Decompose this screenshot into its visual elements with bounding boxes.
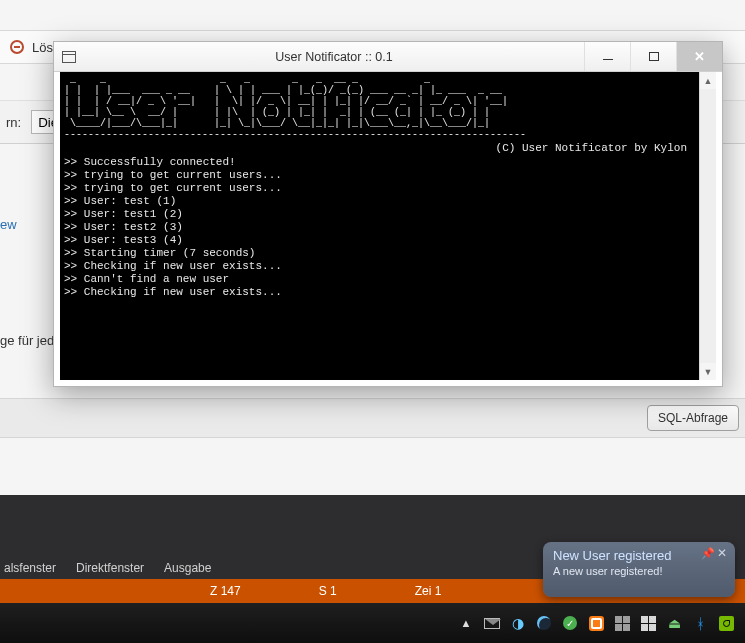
tray-overflow-icon[interactable]: ▲ xyxy=(457,614,475,632)
log-line: Starting timer (7 seconds) xyxy=(64,247,695,260)
tray-xampp-icon[interactable] xyxy=(587,614,605,632)
vertical-scrollbar[interactable]: ▲ ▼ xyxy=(699,72,716,380)
ide-tab-locals[interactable]: alsfenster xyxy=(4,561,56,575)
toast-notification[interactable]: 📌 ✕ New User registered A new user regis… xyxy=(543,542,735,597)
toast-title: New User registered xyxy=(553,548,709,563)
ide-tab-output[interactable]: Ausgabe xyxy=(164,561,211,575)
tray-eject-icon[interactable]: ⏏ xyxy=(665,614,683,632)
ascii-banner: _ _ _ _ _ _ __ _ _ | | | |___ ___ _ __ |… xyxy=(64,74,695,140)
window-title: User Notificator :: 0.1 xyxy=(84,42,584,71)
log-line: User: test2 (3) xyxy=(64,221,695,234)
delete-label[interactable]: Lös xyxy=(32,40,53,55)
app-icon xyxy=(54,42,84,71)
sql-query-button[interactable]: SQL-Abfrage xyxy=(647,405,739,431)
log-line: trying to get current users... xyxy=(64,169,695,182)
close-button[interactable]: ✕ xyxy=(676,42,722,71)
log-line: Checking if new user exists... xyxy=(64,260,695,273)
scroll-track[interactable] xyxy=(700,89,716,363)
scroll-up-button[interactable]: ▲ xyxy=(700,72,716,89)
bg-link[interactable]: ew xyxy=(0,210,17,238)
tray-steam-icon[interactable] xyxy=(535,614,553,632)
log-line: Successfully connected! xyxy=(64,156,695,169)
tray-shield-icon[interactable]: ✓ xyxy=(561,614,579,632)
toast-close-button[interactable]: ✕ xyxy=(715,546,729,560)
tray-nvidia-icon[interactable] xyxy=(717,614,735,632)
log-line: Cann't find a new user xyxy=(64,273,695,286)
log-line: trying to get current users... xyxy=(64,182,695,195)
console-log: Successfully connected!trying to get cur… xyxy=(64,156,695,299)
tray-bluetooth-icon[interactable]: ᚼ xyxy=(691,614,709,632)
toast-body: A new user registered! xyxy=(553,565,709,577)
tray-action-center-icon[interactable] xyxy=(639,614,657,632)
status-sel: S 1 xyxy=(319,584,337,598)
tray-app-icon[interactable]: ◑ xyxy=(509,614,527,632)
status-line: Zei 1 xyxy=(415,584,442,598)
bg-lower-band: SQL-Abfrage xyxy=(0,398,745,438)
bg-sort-text: ge für jed xyxy=(0,330,54,350)
maximize-button[interactable] xyxy=(630,42,676,71)
tray-mail-icon[interactable] xyxy=(483,614,501,632)
log-line: User: test (1) xyxy=(64,195,695,208)
scroll-down-button[interactable]: ▼ xyxy=(700,363,716,380)
minimize-button[interactable] xyxy=(584,42,630,71)
ide-tab-immediate[interactable]: Direktfenster xyxy=(76,561,144,575)
toast-pin-icon[interactable]: 📌 xyxy=(701,547,713,559)
tray-windows-icon[interactable] xyxy=(613,614,631,632)
log-line: User: test1 (2) xyxy=(64,208,695,221)
log-line: User: test3 (4) xyxy=(64,234,695,247)
log-line: Checking if new user exists... xyxy=(64,286,695,299)
filter-label: rn: xyxy=(6,115,21,130)
status-col: Z 147 xyxy=(210,584,241,598)
delete-icon xyxy=(10,40,24,54)
console-window: User Notificator :: 0.1 ✕ _ _ _ _ _ _ __… xyxy=(53,41,723,387)
taskbar: ▲ ◑ ✓ ⏏ ᚼ xyxy=(0,603,745,643)
console-body: _ _ _ _ _ _ __ _ _ | | | |___ ___ _ __ |… xyxy=(60,72,716,380)
titlebar[interactable]: User Notificator :: 0.1 ✕ xyxy=(54,42,722,72)
copyright-line: (C) User Notificator by Kylon xyxy=(64,142,695,154)
